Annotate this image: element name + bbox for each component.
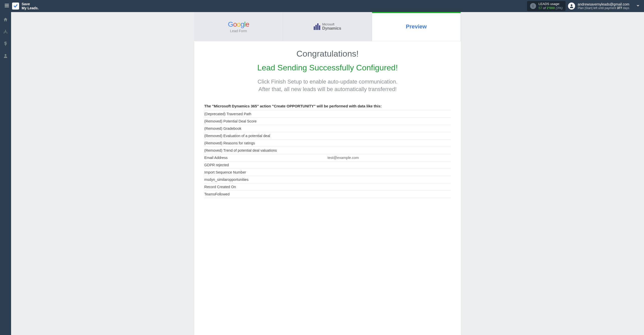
brand-line1: Save xyxy=(22,2,39,6)
field-name: Email Address xyxy=(204,154,328,161)
topbar: Save My Leads. i LEADS usage: 57 of 2'00… xyxy=(0,0,644,12)
field-name: Import Sequence Number xyxy=(204,169,328,176)
svg-point-5 xyxy=(4,32,5,33)
tab-microsoft-dynamics[interactable]: Microsoft Dynamics xyxy=(283,12,372,41)
field-value xyxy=(328,147,451,154)
usage-label: LEADS usage: xyxy=(539,2,563,6)
svg-point-6 xyxy=(7,32,7,33)
ms-label2: Dynamics xyxy=(322,26,341,30)
field-name: Record Created On xyxy=(204,183,328,191)
table-row: TeamsFollowed xyxy=(204,191,451,198)
usage-pct: (3%) xyxy=(556,6,562,10)
field-value xyxy=(328,118,451,125)
field-value xyxy=(328,125,451,132)
field-value xyxy=(328,132,451,140)
menu-icon[interactable] xyxy=(4,3,10,9)
table-row: (Removed) Potential Deal Score xyxy=(204,118,451,125)
table-row: (Removed) Evaluation of a potential deal xyxy=(204,132,451,140)
field-name: (Removed) Gradebook xyxy=(204,125,328,132)
ms-label1: Microsoft xyxy=(322,23,341,26)
avatar-icon xyxy=(568,3,575,10)
content-panel: Google Lead Form Microsoft Dynamics xyxy=(194,12,461,335)
home-icon[interactable] xyxy=(3,17,8,23)
table-row: msdyn_similaropportunities xyxy=(204,176,451,183)
plan-suffix: days xyxy=(622,6,629,10)
field-value xyxy=(328,110,451,118)
sidebar xyxy=(0,12,11,335)
plan-days: 377 xyxy=(617,6,622,10)
usage-used: 57 xyxy=(539,6,542,10)
usage-of: of xyxy=(543,6,546,10)
field-name: msdyn_similaropportunities xyxy=(204,176,328,183)
tab-google-lead-form[interactable]: Google Lead Form xyxy=(194,12,283,41)
user-plan: Plan |Start| left until payment 377 days xyxy=(578,6,629,10)
congratulations-heading: Congratulations! xyxy=(204,49,451,59)
data-preview-table: (Deprecated) Traversed Path(Removed) Pot… xyxy=(204,110,451,198)
instructions-line2: After that, all new leads will be automa… xyxy=(204,86,451,93)
field-name: (Removed) Potential Deal Score xyxy=(204,118,328,125)
field-name: GDPR rejected xyxy=(204,161,328,169)
field-value: test@example.com xyxy=(328,154,451,161)
table-row: (Removed) Gradebook xyxy=(204,125,451,132)
svg-point-3 xyxy=(571,4,573,6)
user-email: andrewsavemyleads@gmail.com xyxy=(578,2,629,6)
data-preview-heading: The "Microsoft Dynamics 365" action "Cre… xyxy=(204,102,451,110)
usage-text: LEADS usage: 57 of 2'000 (3%) xyxy=(539,2,563,10)
table-row: (Deprecated) Traversed Path xyxy=(204,110,451,118)
field-value xyxy=(328,183,451,191)
usage-limit: 2'000 xyxy=(547,6,555,10)
instructions-line1: Click Finish Setup to enable auto-update… xyxy=(204,78,451,86)
google-sub: Lead Form xyxy=(230,29,247,33)
google-logo: Google xyxy=(228,20,249,28)
integrations-icon[interactable] xyxy=(3,29,8,35)
chevron-down-icon[interactable] xyxy=(636,4,640,9)
table-row: (Removed) Reasons for ratings xyxy=(204,140,451,147)
brand-name: Save My Leads. xyxy=(22,2,39,10)
instructions: Click Finish Setup to enable auto-update… xyxy=(204,78,451,93)
user-menu[interactable]: andrewsavemyleads@gmail.com Plan |Start|… xyxy=(568,2,640,10)
brand-line2: My Leads. xyxy=(22,6,39,10)
field-name: (Deprecated) Traversed Path xyxy=(204,110,328,118)
success-message: Lead Sending Successfully Configured! xyxy=(204,63,451,72)
field-value xyxy=(328,176,451,183)
info-icon: i xyxy=(530,3,536,9)
field-value xyxy=(328,161,451,169)
dollar-icon[interactable] xyxy=(3,41,8,47)
svg-point-4 xyxy=(5,30,6,31)
field-name: (Removed) Reasons for ratings xyxy=(204,140,328,147)
user-icon[interactable] xyxy=(3,53,8,59)
usage-badge[interactable]: i LEADS usage: 57 of 2'000 (3%) xyxy=(527,1,566,11)
table-row: Email Addresstest@example.com xyxy=(204,154,451,161)
preview-label: Preview xyxy=(406,23,427,30)
tab-preview[interactable]: Preview xyxy=(372,12,461,41)
stepper-tabs: Google Lead Form Microsoft Dynamics xyxy=(194,12,461,41)
table-row: Record Created On xyxy=(204,183,451,191)
plan-prefix: Plan |Start| left until payment xyxy=(578,6,617,10)
table-row: Import Sequence Number xyxy=(204,169,451,176)
ms-dynamics-logo: Microsoft Dynamics xyxy=(314,23,341,31)
field-name: (Removed) Trend of potential deal valuat… xyxy=(204,147,328,154)
table-row: (Removed) Trend of potential deal valuat… xyxy=(204,147,451,154)
field-value xyxy=(328,191,451,198)
field-value xyxy=(328,169,451,176)
field-value xyxy=(328,140,451,147)
field-name: TeamsFollowed xyxy=(204,191,328,198)
field-name: (Removed) Evaluation of a potential deal xyxy=(204,132,328,140)
table-row: GDPR rejected xyxy=(204,161,451,169)
app-logo[interactable] xyxy=(12,3,19,10)
svg-point-7 xyxy=(5,54,7,56)
